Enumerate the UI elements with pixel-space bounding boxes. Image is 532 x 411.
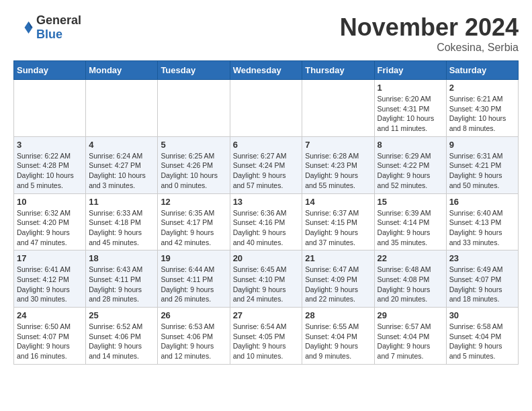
day-info: Sunrise: 6:33 AM Sunset: 4:18 PM Dayligh… — [89, 208, 154, 248]
calendar-cell: 17Sunrise: 6:41 AM Sunset: 4:12 PM Dayli… — [14, 250, 86, 308]
logo-blue: Blue — [36, 28, 62, 41]
calendar-cell: 6Sunrise: 6:27 AM Sunset: 4:24 PM Daylig… — [230, 136, 302, 193]
day-number: 10 — [17, 197, 83, 207]
calendar-cell: 7Sunrise: 6:28 AM Sunset: 4:23 PM Daylig… — [302, 136, 374, 193]
day-info: Sunrise: 6:40 AM Sunset: 4:13 PM Dayligh… — [449, 208, 515, 248]
weekday-header-monday: Monday — [86, 61, 158, 80]
calendar-cell: 24Sunrise: 6:50 AM Sunset: 4:07 PM Dayli… — [14, 308, 86, 365]
day-info: Sunrise: 6:54 AM Sunset: 4:05 PM Dayligh… — [233, 322, 300, 361]
day-number: 3 — [17, 140, 83, 150]
calendar-cell: 30Sunrise: 6:58 AM Sunset: 4:04 PM Dayli… — [446, 308, 518, 365]
day-number: 11 — [89, 197, 154, 207]
calendar-cell: 19Sunrise: 6:44 AM Sunset: 4:11 PM Dayli… — [158, 250, 230, 308]
day-info: Sunrise: 6:32 AM Sunset: 4:20 PM Dayligh… — [17, 208, 83, 248]
weekday-header-sunday: Sunday — [14, 61, 86, 80]
day-number: 13 — [233, 197, 300, 207]
weekday-header-thursday: Thursday — [302, 61, 374, 80]
day-number: 12 — [161, 197, 226, 207]
calendar-cell: 23Sunrise: 6:49 AM Sunset: 4:07 PM Dayli… — [446, 250, 518, 308]
day-info: Sunrise: 6:24 AM Sunset: 4:27 PM Dayligh… — [89, 151, 154, 191]
day-info: Sunrise: 6:28 AM Sunset: 4:23 PM Dayligh… — [305, 151, 371, 191]
weekday-header-saturday: Saturday — [446, 61, 518, 80]
calendar-cell: 20Sunrise: 6:45 AM Sunset: 4:10 PM Dayli… — [230, 250, 302, 308]
day-info: Sunrise: 6:37 AM Sunset: 4:15 PM Dayligh… — [305, 208, 371, 248]
logo-general: General — [36, 13, 81, 27]
day-number: 9 — [449, 140, 515, 150]
calendar-cell — [302, 80, 374, 137]
day-info: Sunrise: 6:47 AM Sunset: 4:09 PM Dayligh… — [305, 265, 371, 304]
calendar-week-row: 1Sunrise: 6:20 AM Sunset: 4:31 PM Daylig… — [14, 80, 519, 137]
day-info: Sunrise: 6:52 AM Sunset: 4:06 PM Dayligh… — [89, 322, 154, 361]
day-number: 20 — [233, 253, 300, 263]
weekday-header-friday: Friday — [374, 61, 446, 80]
calendar-cell: 9Sunrise: 6:31 AM Sunset: 4:21 PM Daylig… — [446, 136, 518, 193]
calendar-cell: 13Sunrise: 6:36 AM Sunset: 4:16 PM Dayli… — [230, 193, 302, 250]
calendar-cell: 10Sunrise: 6:32 AM Sunset: 4:20 PM Dayli… — [14, 193, 86, 250]
calendar-cell: 26Sunrise: 6:53 AM Sunset: 4:06 PM Dayli… — [158, 308, 230, 365]
day-info: Sunrise: 6:25 AM Sunset: 4:26 PM Dayligh… — [161, 151, 226, 191]
day-info: Sunrise: 6:20 AM Sunset: 4:31 PM Dayligh… — [378, 94, 443, 134]
month-title: November 2024 — [340, 13, 519, 42]
calendar-cell — [158, 80, 230, 137]
day-info: Sunrise: 6:27 AM Sunset: 4:24 PM Dayligh… — [233, 151, 300, 191]
day-number: 5 — [161, 140, 226, 150]
calendar-week-row: 3Sunrise: 6:22 AM Sunset: 4:28 PM Daylig… — [14, 136, 519, 193]
day-number: 30 — [449, 310, 515, 320]
day-number: 15 — [378, 197, 443, 207]
calendar-cell: 16Sunrise: 6:40 AM Sunset: 4:13 PM Dayli… — [446, 193, 518, 250]
day-number: 28 — [305, 310, 371, 320]
weekday-header-row: SundayMondayTuesdayWednesdayThursdayFrid… — [14, 61, 519, 80]
day-number: 6 — [233, 140, 300, 150]
day-info: Sunrise: 6:21 AM Sunset: 4:30 PM Dayligh… — [449, 94, 515, 134]
calendar-cell: 15Sunrise: 6:39 AM Sunset: 4:14 PM Dayli… — [374, 193, 446, 250]
calendar-cell — [14, 80, 86, 137]
day-info: Sunrise: 6:48 AM Sunset: 4:08 PM Dayligh… — [378, 265, 443, 304]
day-number: 27 — [233, 310, 300, 320]
day-info: Sunrise: 6:55 AM Sunset: 4:04 PM Dayligh… — [305, 322, 371, 361]
weekday-header-tuesday: Tuesday — [158, 61, 230, 80]
day-number: 7 — [305, 140, 371, 150]
calendar-cell: 14Sunrise: 6:37 AM Sunset: 4:15 PM Dayli… — [302, 193, 374, 250]
calendar-cell: 2Sunrise: 6:21 AM Sunset: 4:30 PM Daylig… — [446, 80, 518, 137]
day-info: Sunrise: 6:43 AM Sunset: 4:11 PM Dayligh… — [89, 265, 154, 304]
day-info: Sunrise: 6:44 AM Sunset: 4:11 PM Dayligh… — [161, 265, 226, 304]
calendar-cell: 27Sunrise: 6:54 AM Sunset: 4:05 PM Dayli… — [230, 308, 302, 365]
calendar-week-row: 24Sunrise: 6:50 AM Sunset: 4:07 PM Dayli… — [14, 308, 519, 365]
day-info: Sunrise: 6:39 AM Sunset: 4:14 PM Dayligh… — [378, 208, 443, 248]
calendar-cell — [86, 80, 158, 137]
day-number: 25 — [89, 310, 154, 320]
day-number: 18 — [89, 253, 154, 263]
day-info: Sunrise: 6:58 AM Sunset: 4:04 PM Dayligh… — [449, 322, 515, 361]
day-number: 4 — [89, 140, 154, 150]
day-number: 19 — [161, 253, 226, 263]
logo: General Blue — [13, 13, 81, 42]
calendar-table: SundayMondayTuesdayWednesdayThursdayFrid… — [13, 60, 519, 365]
page-header: General Blue November 2024 Cokesina, Ser… — [13, 13, 519, 54]
calendar-cell: 21Sunrise: 6:47 AM Sunset: 4:09 PM Dayli… — [302, 250, 374, 308]
calendar-cell: 1Sunrise: 6:20 AM Sunset: 4:31 PM Daylig… — [374, 80, 446, 137]
calendar-cell: 8Sunrise: 6:29 AM Sunset: 4:22 PM Daylig… — [374, 136, 446, 193]
day-info: Sunrise: 6:49 AM Sunset: 4:07 PM Dayligh… — [449, 265, 515, 304]
day-number: 14 — [305, 197, 371, 207]
day-number: 24 — [17, 310, 83, 320]
location: Cokesina, Serbia — [340, 42, 519, 54]
calendar-cell — [230, 80, 302, 137]
calendar-cell: 4Sunrise: 6:24 AM Sunset: 4:27 PM Daylig… — [86, 136, 158, 193]
calendar-cell: 12Sunrise: 6:35 AM Sunset: 4:17 PM Dayli… — [158, 193, 230, 250]
logo-icon — [13, 17, 34, 38]
day-number: 16 — [449, 197, 515, 207]
day-info: Sunrise: 6:22 AM Sunset: 4:28 PM Dayligh… — [17, 151, 83, 191]
day-number: 1 — [378, 83, 443, 93]
calendar-cell: 3Sunrise: 6:22 AM Sunset: 4:28 PM Daylig… — [14, 136, 86, 193]
day-number: 29 — [378, 310, 443, 320]
calendar-cell: 18Sunrise: 6:43 AM Sunset: 4:11 PM Dayli… — [86, 250, 158, 308]
day-info: Sunrise: 6:45 AM Sunset: 4:10 PM Dayligh… — [233, 265, 300, 304]
day-number: 8 — [378, 140, 443, 150]
day-number: 21 — [305, 253, 371, 263]
calendar-cell: 5Sunrise: 6:25 AM Sunset: 4:26 PM Daylig… — [158, 136, 230, 193]
day-info: Sunrise: 6:57 AM Sunset: 4:04 PM Dayligh… — [378, 322, 443, 361]
calendar-week-row: 10Sunrise: 6:32 AM Sunset: 4:20 PM Dayli… — [14, 193, 519, 250]
day-info: Sunrise: 6:41 AM Sunset: 4:12 PM Dayligh… — [17, 265, 83, 304]
day-info: Sunrise: 6:35 AM Sunset: 4:17 PM Dayligh… — [161, 208, 226, 248]
calendar-cell: 11Sunrise: 6:33 AM Sunset: 4:18 PM Dayli… — [86, 193, 158, 250]
